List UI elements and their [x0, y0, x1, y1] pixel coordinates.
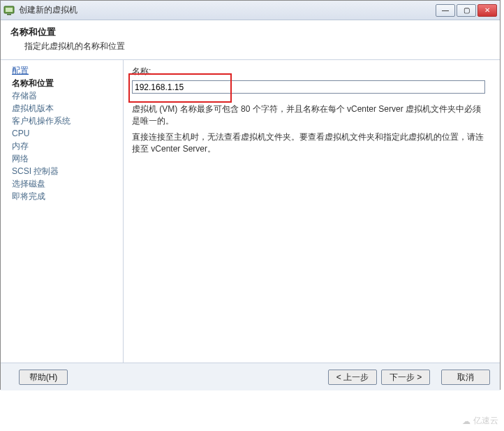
svg-rect-1: [6, 8, 13, 12]
nav-step-network[interactable]: 网络: [12, 152, 116, 165]
hint-text-1: 虚拟机 (VM) 名称最多可包含 80 个字符，并且名称在每个 vCenter …: [132, 103, 488, 127]
window-controls: — ▢ ✕: [436, 4, 497, 17]
name-label: 名称:: [132, 66, 491, 78]
wizard-content: 名称: 虚拟机 (VM) 名称最多可包含 80 个字符，并且名称在每个 vCen…: [124, 60, 500, 363]
nav-step-config[interactable]: 配置: [12, 64, 116, 77]
minimize-button[interactable]: —: [436, 4, 455, 17]
svg-rect-2: [7, 14, 11, 15]
next-button[interactable]: 下一步 >: [381, 370, 430, 385]
help-button[interactable]: 帮助(H): [19, 370, 68, 385]
wizard-nav: 配置 名称和位置 存储器 虚拟机版本 客户机操作系统 CPU 内存 网络 SCS…: [1, 60, 124, 363]
nav-step-disk[interactable]: 选择磁盘: [12, 177, 116, 190]
cloud-icon: ☁: [462, 416, 470, 426]
back-button[interactable]: < 上一步: [328, 370, 377, 385]
nav-step-storage[interactable]: 存储器: [12, 89, 116, 102]
name-input-wrap: [132, 80, 485, 94]
nav-step-name[interactable]: 名称和位置: [12, 77, 116, 89]
wizard-header: 名称和位置 指定此虚拟机的名称和位置: [1, 20, 500, 60]
wizard-footer: 帮助(H) < 上一步 下一步 > 取消: [1, 363, 500, 390]
page-title: 名称和位置: [10, 26, 490, 38]
hint-text-2: 直接连接至主机时，无法查看虚拟机文件夹。要查看虚拟机文件夹和指定此虚拟机的位置，…: [132, 131, 488, 155]
nav-step-scsi[interactable]: SCSI 控制器: [12, 165, 116, 177]
close-button[interactable]: ✕: [477, 4, 497, 17]
page-subtitle: 指定此虚拟机的名称和位置: [24, 41, 490, 52]
nav-step-cpu[interactable]: CPU: [12, 127, 116, 140]
watermark-text: 亿速云: [473, 415, 498, 427]
watermark: ☁ 亿速云: [462, 415, 498, 427]
vm-icon: [3, 5, 15, 16]
wizard-body: 配置 名称和位置 存储器 虚拟机版本 客户机操作系统 CPU 内存 网络 SCS…: [1, 60, 500, 363]
name-input[interactable]: [135, 82, 482, 92]
nav-step-finish[interactable]: 即将完成: [12, 190, 116, 203]
maximize-button[interactable]: ▢: [457, 4, 476, 17]
nav-step-version[interactable]: 虚拟机版本: [12, 102, 116, 115]
nav-step-guest-os[interactable]: 客户机操作系统: [12, 115, 116, 127]
titlebar[interactable]: 创建新的虚拟机 — ▢ ✕: [1, 1, 500, 20]
window-title: 创建新的虚拟机: [19, 4, 77, 16]
cancel-button[interactable]: 取消: [441, 370, 490, 385]
nav-step-memory[interactable]: 内存: [12, 140, 116, 152]
dialog-window: 创建新的虚拟机 — ▢ ✕ 名称和位置 指定此虚拟机的名称和位置 配置 名称和位…: [0, 0, 501, 390]
